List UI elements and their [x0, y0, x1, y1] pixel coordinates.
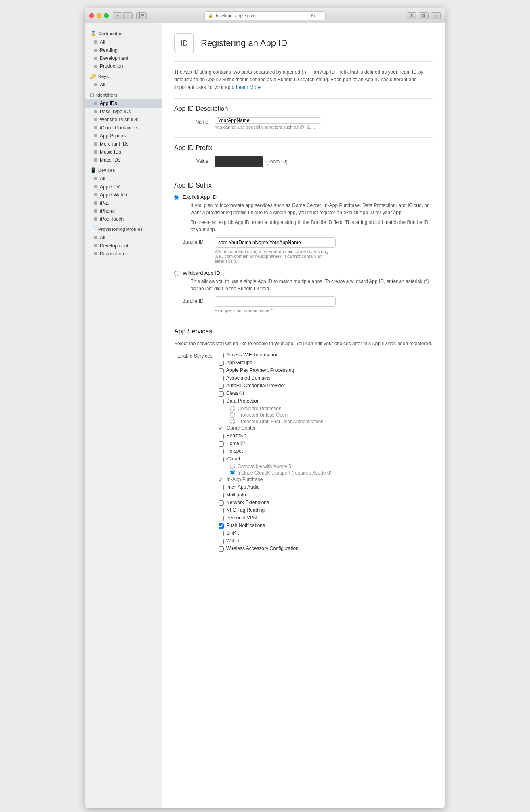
provisioning-header-label: Provisioning Profiles — [98, 227, 143, 232]
sirikit-checkbox[interactable] — [219, 531, 224, 536]
bullet-icon — [94, 49, 97, 52]
protected-first-auth-radio[interactable] — [230, 419, 235, 424]
bullet-icon — [94, 118, 97, 121]
titlebar: ‹ › 🔒 developer.apple.com ↻ ⬆ ⧉ + — [85, 8, 445, 23]
sidebar-item-certs-production[interactable]: Production — [85, 62, 162, 70]
multipath-checkbox[interactable] — [219, 493, 224, 498]
certificates-icon: 🏅 — [90, 31, 96, 36]
network-extensions-checkbox[interactable] — [219, 500, 224, 506]
protected-unless-open-label: Protected Unless Open — [238, 412, 288, 418]
explicit-radio-input[interactable] — [174, 195, 179, 200]
wildcard-bundle-input[interactable] — [215, 296, 336, 307]
hotspot-checkbox[interactable] — [219, 449, 224, 454]
app-id-description-section: App ID Description Name: You cannot use … — [174, 105, 433, 129]
traffic-lights — [89, 13, 109, 18]
app-name-input[interactable] — [215, 117, 321, 124]
icloud-checkbox[interactable] — [219, 457, 224, 462]
app-groups-label: App Groups — [226, 360, 252, 365]
service-healthkit: HealthKit — [219, 433, 433, 439]
sidebar-item-ipod-touch[interactable]: iPod Touch — [85, 215, 162, 223]
wildcard-bundle-label: Bundle ID: — [182, 296, 215, 304]
nav-buttons: ‹ › — [113, 12, 133, 19]
wildcard-radio-input[interactable] — [174, 271, 179, 276]
prefix-value-label: Value: — [174, 156, 215, 164]
sidebar-item-pass-type-ids[interactable]: Pass Type IDs — [85, 108, 162, 116]
certificates-header-label: Certificates — [98, 31, 122, 36]
explicit-desc1: If you plan to incorporate app services … — [191, 202, 433, 216]
complete-protection-radio[interactable] — [230, 406, 235, 411]
sidebar-item-app-ids[interactable]: App IDs — [85, 99, 162, 108]
share-button[interactable]: ⬆ — [407, 12, 416, 19]
back-button[interactable]: ‹ — [113, 12, 122, 19]
sidebar-item-music-ids[interactable]: Music IDs — [85, 148, 162, 156]
svg-rect-1 — [141, 14, 144, 15]
url-bar[interactable]: 🔒 developer.apple.com — [204, 11, 326, 20]
sidebar-item-website-push-ids[interactable]: Website Push IDs — [85, 116, 162, 124]
homekit-checkbox[interactable] — [219, 441, 224, 447]
complete-protection-label: Complete Protection — [238, 406, 282, 411]
lock-icon: 🔒 — [208, 13, 213, 18]
sidebar-item-apple-tv[interactable]: Apple TV — [85, 183, 162, 191]
sidebar-item-iphone[interactable]: iPhone — [85, 207, 162, 215]
sidebar-item-devices-all[interactable]: All — [85, 175, 162, 183]
data-protection-label: Data Protection — [226, 398, 260, 404]
sidebar-toggle-button[interactable] — [136, 12, 147, 19]
forward-button[interactable]: › — [123, 12, 133, 19]
sidebar-item-icloud-containers[interactable]: iCloud Containers — [85, 124, 162, 132]
service-apple-pay: Apple Pay Payment Processing — [219, 367, 433, 373]
close-button[interactable] — [89, 13, 94, 18]
push-notifications-checkbox[interactable] — [219, 523, 224, 529]
maximize-button[interactable] — [104, 13, 109, 18]
compatible-xcode5-label: Compatible with Xcode 5 — [238, 464, 291, 469]
app-groups-checkbox[interactable] — [219, 361, 224, 366]
nfc-tag-reading-checkbox[interactable] — [219, 508, 224, 513]
sidebar-item-maps-ids[interactable]: Maps IDs — [85, 156, 162, 164]
service-sirikit: SiriKit — [219, 530, 433, 536]
learn-more-link[interactable]: Learn More — [236, 84, 261, 90]
classkit-checkbox[interactable] — [219, 391, 224, 397]
associated-domains-checkbox[interactable] — [219, 376, 224, 381]
wallet-checkbox[interactable] — [219, 539, 224, 544]
sidebar-item-certs-all[interactable]: All — [85, 38, 162, 46]
compatible-xcode5-radio[interactable] — [230, 464, 235, 469]
new-tab-button[interactable]: ⧉ — [419, 12, 429, 19]
inter-app-audio-checkbox[interactable] — [219, 485, 224, 490]
minimize-button[interactable] — [97, 13, 101, 18]
bundle-id-row: Bundle ID: We recommend using a reverse-… — [182, 237, 433, 264]
personal-vpn-label: Personal VPN — [226, 515, 257, 521]
service-multipath: Multipath — [219, 492, 433, 498]
apple-pay-label: Apple Pay Payment Processing — [226, 367, 294, 373]
main-content: ID Registering an App ID The App ID stri… — [162, 23, 445, 808]
svg-rect-0 — [139, 13, 140, 18]
cloudkit-radio[interactable] — [230, 470, 235, 475]
sidebar-item-merchant-ids[interactable]: Merchant IDs — [85, 140, 162, 148]
protected-unless-open-radio[interactable] — [230, 412, 235, 418]
reload-button[interactable]: ↻ — [311, 13, 315, 19]
bullet-icon — [94, 177, 97, 180]
sidebar-item-provisioning-development[interactable]: Development — [85, 242, 162, 250]
sidebar-item-certs-development[interactable]: Development — [85, 54, 162, 62]
sidebar-item-keys-all[interactable]: All — [85, 81, 162, 89]
wireless-accessory-checkbox[interactable] — [219, 546, 224, 552]
sidebar-item-certs-pending[interactable]: Pending — [85, 46, 162, 54]
service-nfc-tag-reading: NFC Tag Reading — [219, 507, 433, 513]
bundle-id-hint: We recommend using a reverse-domain name… — [215, 249, 336, 264]
sidebar-item-provisioning-all[interactable]: All — [85, 234, 162, 242]
autofill-checkbox[interactable] — [219, 384, 224, 389]
add-button[interactable]: + — [431, 12, 441, 19]
bullet-icon — [94, 126, 97, 129]
healthkit-checkbox[interactable] — [219, 434, 224, 439]
bundle-id-input[interactable] — [215, 237, 336, 248]
sidebar-item-app-groups[interactable]: App Groups — [85, 132, 162, 140]
access-wifi-checkbox[interactable] — [219, 353, 224, 358]
sidebar-item-apple-watch[interactable]: Apple Watch — [85, 191, 162, 199]
apple-pay-checkbox[interactable] — [219, 368, 224, 373]
data-protection-checkbox[interactable] — [219, 399, 224, 404]
sidebar-item-provisioning-distribution[interactable]: Distribution — [85, 250, 162, 258]
bullet-icon — [94, 102, 97, 105]
certificates-section-header: 🏅 Certificates — [85, 29, 162, 38]
bullet-icon — [94, 201, 97, 205]
personal-vpn-checkbox[interactable] — [219, 516, 224, 521]
sidebar-item-ipad[interactable]: iPad — [85, 199, 162, 207]
bullet-icon — [94, 158, 97, 162]
